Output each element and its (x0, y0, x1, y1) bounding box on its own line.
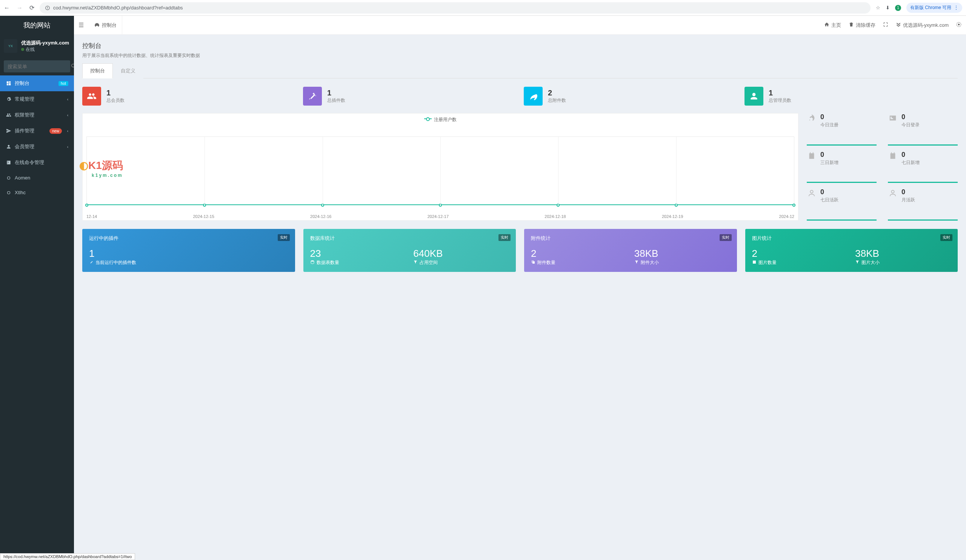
chrome-update-button[interactable]: 有新版 Chrome 可用 ⋮ (906, 3, 962, 13)
legend-marker-icon (424, 118, 432, 121)
sidebar-item-7[interactable]: Xtlhc (0, 185, 74, 200)
insecure-icon (45, 5, 50, 11)
svg-point-5 (8, 177, 10, 179)
panel-1[interactable]: 数据库统计实时23数据表数量640KB占用空间 (303, 229, 516, 272)
topbar: ☰ 控制台 主页清除缓存优选源码-yxymk.com (74, 16, 966, 35)
side-stat-label: 七日活跃 (820, 197, 838, 203)
chevron-left-icon: ‹ (67, 145, 68, 149)
circle-icon (6, 175, 12, 181)
stat-label: 总插件数 (327, 97, 345, 104)
topbar-action-3[interactable]: 优选源码-yxymk.com (896, 22, 949, 29)
svg-point-6 (8, 191, 10, 194)
sidebar-toggle-icon[interactable]: ☰ (79, 21, 84, 29)
download-icon[interactable]: ⬇ (886, 5, 890, 11)
panel-big-value: 2 (531, 248, 627, 259)
subtab-dashboard[interactable]: 控制台 (82, 63, 113, 79)
rocket-icon (807, 113, 816, 123)
sidebar-item-3[interactable]: 插件管理new‹ (0, 123, 74, 139)
reload-icon[interactable]: ⟳ (30, 4, 34, 11)
panel-0[interactable]: 运行中的插件实时1当前运行中的插件数 (82, 229, 295, 272)
copy-icon (531, 260, 536, 265)
panel-2[interactable]: 附件统计实时2附件数量38KB附件大小 (524, 229, 737, 272)
forward-icon[interactable]: → (16, 5, 23, 11)
subtab-custom[interactable]: 自定义 (113, 63, 143, 79)
chart-area[interactable] (83, 126, 798, 213)
sidebar-item-label: Aomen (15, 175, 30, 181)
terminal-icon (6, 160, 12, 165)
side-stat-0[interactable]: 0今日注册 (807, 113, 877, 146)
panel-badge: 实时 (498, 234, 511, 241)
star-icon[interactable]: ☆ (876, 5, 881, 11)
panel-sub: 图片大小 (855, 259, 951, 266)
side-stat-3[interactable]: 0七日新增 (888, 151, 958, 183)
sidebar-item-4[interactable]: 会员管理‹ (0, 139, 74, 155)
svg-point-7 (97, 25, 97, 25)
image-icon (752, 260, 757, 265)
search-input[interactable] (8, 64, 71, 69)
sidebar-item-2[interactable]: 权限管理‹ (0, 107, 74, 123)
sidebar-item-label: 权限管理 (15, 111, 34, 118)
topbar-tab-label: 控制台 (102, 22, 117, 29)
panel-title: 附件统计 (531, 235, 730, 242)
panel-title: 数据库统计 (310, 235, 509, 242)
stat-value: 1 (327, 88, 345, 97)
chevron-left-icon: ‹ (67, 129, 68, 133)
topbar-tab[interactable]: 控制台 (89, 16, 122, 35)
xaxis-label: 2024-12-15 (193, 214, 214, 219)
side-stat-value: 0 (902, 188, 915, 196)
idcard-icon (888, 113, 898, 123)
xaxis-label: 2024-12-19 (662, 214, 683, 219)
side-stat-value: 0 (820, 113, 838, 121)
expand-icon (883, 22, 888, 28)
stat-card-2[interactable]: 2总附件数 (524, 87, 737, 106)
side-stat-4[interactable]: 0七日活跃 (807, 188, 877, 221)
back-icon[interactable]: ← (4, 5, 10, 11)
stat-value: 1 (107, 88, 125, 97)
side-stat-value: 0 (902, 151, 920, 159)
cogs-icon (6, 97, 12, 102)
user-o-icon (807, 188, 816, 198)
panel-sub: 数据表数量 (310, 259, 406, 266)
topbar-action-0[interactable]: 主页 (824, 22, 841, 29)
sidebar: 我的网站 YX 优选源码-yxymk.com 在线 控制台hot常规管理‹权限管… (0, 16, 74, 560)
topbar-action-4[interactable] (956, 22, 961, 28)
page-subtitle: 用于展示当前系统中的统计数据、统计报表及重要实时数据 (82, 52, 958, 59)
side-stat-2[interactable]: 0三日新增 (807, 151, 877, 183)
sidebar-item-label: Xtlhc (15, 190, 26, 195)
stat-value: 1 (769, 88, 791, 97)
stat-card-3[interactable]: 1总管理员数 (744, 87, 958, 106)
chart-point[interactable] (792, 204, 795, 207)
legend-label: 注册用户数 (434, 116, 457, 123)
stat-card-0[interactable]: 1总会员数 (82, 87, 296, 106)
sidebar-item-0[interactable]: 控制台hot (0, 75, 74, 91)
address-bar[interactable]: cod.hwymw.net/aZXDBMbhdO.php/dashboard?r… (39, 2, 871, 13)
user-icon (6, 144, 12, 149)
stat-card-1[interactable]: 1总插件数 (303, 87, 516, 106)
sidebar-item-5[interactable]: 在线命令管理 (0, 155, 74, 170)
panel-title: 运行中的插件 (89, 235, 288, 242)
sidebar-item-6[interactable]: Aomen (0, 170, 74, 185)
calendar-icon (807, 151, 816, 160)
brand-title[interactable]: 我的网站 (0, 16, 74, 35)
mid-row: 注册用户数 12-142024-12-152024-12-162024-12-1… (82, 113, 958, 221)
badge: new (49, 128, 61, 134)
xaxis-label: 2024-12-17 (427, 214, 449, 219)
chart-point[interactable] (85, 204, 88, 207)
trash-icon (849, 22, 854, 28)
chart-xaxis: 12-142024-12-152024-12-162024-12-172024-… (83, 213, 798, 220)
profile-badge[interactable]: 1 (895, 5, 901, 11)
side-stat-label: 今日注册 (820, 122, 838, 128)
leaf-icon (524, 87, 543, 106)
sidebar-item-1[interactable]: 常规管理‹ (0, 91, 74, 107)
sidebar-item-label: 会员管理 (15, 143, 34, 150)
dashboard-icon (6, 81, 12, 86)
panel-3[interactable]: 图片统计实时2图片数量38KB图片大小 (745, 229, 958, 272)
panel-badge: 实时 (940, 234, 953, 241)
topbar-action-2[interactable] (883, 22, 888, 28)
topbar-action-1[interactable]: 清除缓存 (849, 22, 876, 29)
xaxis-label: 2024-12 (779, 214, 794, 219)
side-stat-5[interactable]: 0月活跃 (888, 188, 958, 221)
content: 控制台 用于展示当前系统中的统计数据、统计报表及重要实时数据 控制台 自定义 1… (74, 35, 966, 560)
magic-icon (89, 260, 94, 265)
side-stat-1[interactable]: 0今日登录 (888, 113, 958, 146)
